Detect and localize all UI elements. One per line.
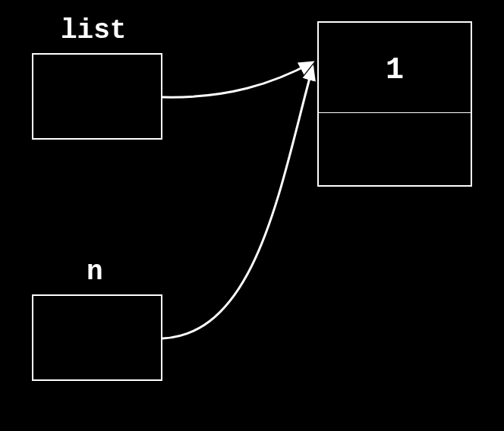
diagram-canvas: list n 1 bbox=[0, 0, 504, 431]
node-value: 1 bbox=[319, 53, 471, 87]
arrow-n-to-node bbox=[162, 67, 313, 338]
arrow-list-to-node bbox=[162, 62, 313, 97]
list-box bbox=[32, 53, 162, 140]
n-label: n bbox=[87, 256, 103, 288]
list-label: list bbox=[61, 15, 126, 46]
n-box bbox=[32, 294, 162, 381]
node-divider bbox=[319, 112, 471, 113]
node-box: 1 bbox=[317, 21, 472, 187]
